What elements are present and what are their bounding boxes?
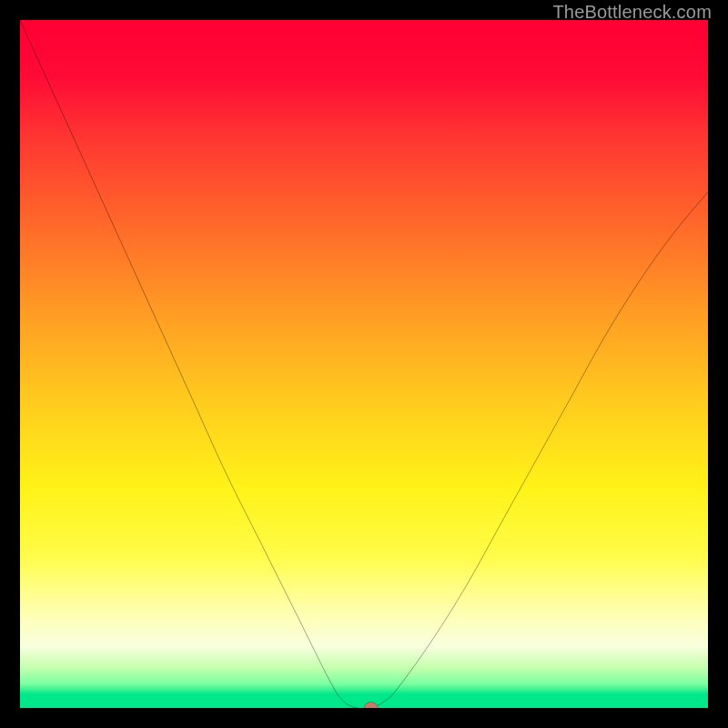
- chart-frame: TheBottleneck.com: [0, 0, 728, 728]
- plot-area: [20, 20, 708, 708]
- bottleneck-curve-path: [20, 20, 708, 708]
- watermark-text: TheBottleneck.com: [552, 2, 712, 23]
- optimal-point-marker: [364, 703, 378, 708]
- curve-svg: [20, 20, 708, 708]
